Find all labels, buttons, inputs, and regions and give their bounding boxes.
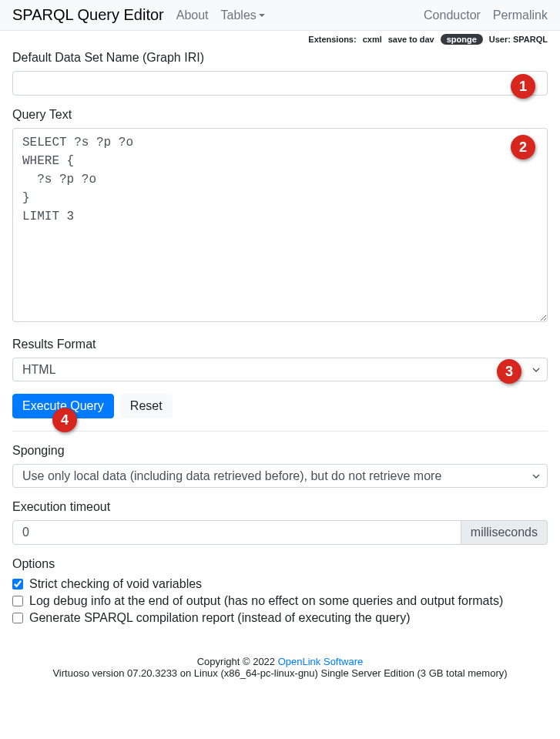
opt-report-checkbox[interactable] <box>12 613 23 623</box>
nav-about-link[interactable]: About <box>176 8 209 22</box>
results-format-label: Results Format <box>12 338 548 351</box>
marker-3: 3 <box>497 359 521 384</box>
options-label: Options <box>12 557 548 571</box>
opt-debug-checkbox[interactable] <box>12 596 23 606</box>
reset-button[interactable]: Reset <box>120 394 173 418</box>
timeout-input[interactable] <box>12 520 461 545</box>
marker-1: 1 <box>511 74 535 99</box>
marker-4: 4 <box>52 408 77 432</box>
ext-cxml-link[interactable]: cxml <box>363 35 382 44</box>
extensions-label: Extensions: <box>308 35 356 44</box>
opt-report-label: Generate SPARQL compilation report (inst… <box>29 611 410 625</box>
nav-tables-label: Tables <box>221 8 257 22</box>
extensions-bar: Extensions: cxml save to dav sponge User… <box>0 31 560 48</box>
footer: Copyright © 2022 OpenLink Software Virtu… <box>0 650 560 685</box>
graph-iri-input[interactable] <box>12 71 548 96</box>
timeout-unit-label: milliseconds <box>461 520 548 545</box>
query-text-label: Query Text <box>12 108 548 122</box>
timeout-label: Execution timeout <box>12 500 548 514</box>
nav-tables-dropdown[interactable]: Tables <box>221 8 265 22</box>
results-format-select[interactable]: HTML <box>12 358 548 381</box>
opt-strict-checkbox[interactable] <box>12 579 23 590</box>
caret-down-icon <box>259 14 265 17</box>
nav-permalink-link[interactable]: Permalink <box>493 8 548 22</box>
user-label: User: SPARQL <box>489 35 548 44</box>
sponging-label: Sponging <box>12 444 548 458</box>
nav-conductor-link[interactable]: Conductor <box>424 8 481 22</box>
copyright-text: Copyright © 2022 <box>197 656 278 667</box>
divider <box>12 431 548 432</box>
opt-debug-label: Log debug info at the end of output (has… <box>29 594 503 608</box>
navbar-brand[interactable]: SPARQL Query Editor <box>12 6 164 24</box>
sponging-select[interactable]: Use only local data (including data retr… <box>12 464 548 488</box>
query-text-input[interactable] <box>12 128 548 322</box>
ext-save-to-dav-link[interactable]: save to dav <box>388 35 434 44</box>
ext-sponge-badge[interactable]: sponge <box>441 34 483 45</box>
opt-strict-label: Strict checking of void variables <box>29 577 202 591</box>
marker-2: 2 <box>511 135 535 160</box>
version-text: Virtuoso version 07.20.3233 on Linux (x8… <box>12 667 548 679</box>
openlink-link[interactable]: OpenLink Software <box>278 656 364 667</box>
graph-iri-label: Default Data Set Name (Graph IRI) <box>12 51 548 65</box>
navbar: SPARQL Query Editor About Tables Conduct… <box>0 0 560 31</box>
